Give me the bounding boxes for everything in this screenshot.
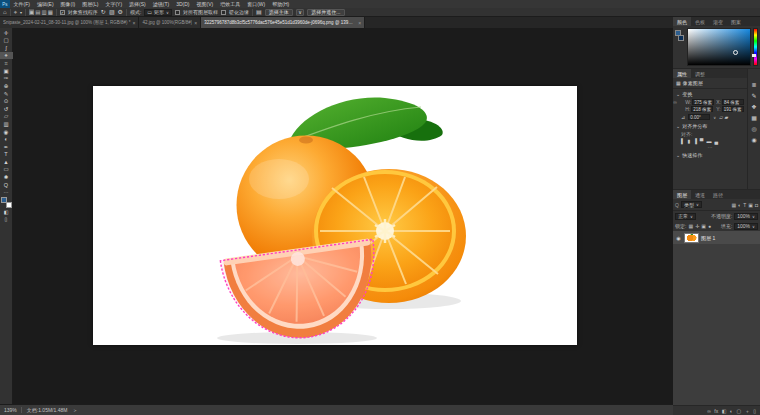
layer-filter-icon[interactable]: ◐ (738, 202, 741, 208)
layer-filter-icon[interactable]: T (743, 202, 746, 208)
tool-icon[interactable]: ⊙ (0, 97, 13, 105)
collapsed-panel-icon[interactable]: ◎ (751, 125, 756, 132)
collapsed-panel-icon[interactable]: ❖ (751, 103, 756, 110)
tool-icon[interactable]: ▲ (0, 158, 13, 166)
tool-icon[interactable]: Q (0, 181, 13, 189)
layers-footer-icon[interactable]: fx (714, 408, 718, 414)
layers-footer-icon[interactable]: ◐ (730, 408, 733, 414)
layer-thumbnail[interactable] (684, 233, 699, 243)
tool-icon[interactable]: ▭ (0, 166, 13, 174)
menu-item[interactable]: 编辑(E) (33, 0, 57, 8)
selection-mode-icon[interactable]: ▥ (41, 9, 46, 15)
field-value[interactable]: 218 像素 (691, 106, 713, 112)
layers-footer-icon[interactable]: ▢ (737, 408, 742, 414)
menu-item[interactable]: 窗口(W) (244, 0, 269, 8)
tool-icon[interactable]: ʃ (0, 44, 13, 52)
tool-icon[interactable]: ⌖ (0, 52, 13, 60)
select-and-mask-button[interactable]: 选择并遮住... (307, 9, 344, 16)
opacity-dropdown[interactable]: 100% ∨ (734, 213, 758, 220)
tool-icon[interactable]: ↺ (0, 105, 13, 113)
tool-icon[interactable]: ✎ (0, 90, 13, 98)
refresh-icon[interactable]: ↻ (101, 9, 106, 16)
layer-filter-icon[interactable]: ▦ (731, 202, 736, 208)
document-canvas[interactable] (93, 86, 577, 345)
selection-mode-icon[interactable]: ▣ (29, 9, 34, 15)
menu-item[interactable]: 文字(Y) (102, 0, 126, 8)
layer-filter-icon[interactable]: ▣ (748, 202, 753, 208)
tool-icon[interactable]: ✛ (0, 29, 13, 37)
tool-icon[interactable]: ✑ (0, 75, 13, 83)
blend-mode-dropdown[interactable]: 正常 ∨ (675, 213, 696, 220)
menu-item[interactable]: 图像(I) (57, 0, 79, 8)
screen-mode-icon[interactable]: ▯ (0, 215, 13, 222)
lock-icon[interactable]: ▦ (688, 223, 693, 229)
edit-toolbar-icon[interactable]: ⋯ (0, 188, 13, 195)
gear-icon[interactable]: ⚙ (118, 9, 123, 16)
panel-tab[interactable]: 属性 (673, 69, 691, 78)
layer-row[interactable]: ◉ 图层 1 (673, 231, 760, 244)
panel-tab[interactable]: 渐变 (709, 17, 727, 26)
panel-tab[interactable]: 色板 (691, 17, 709, 26)
tool-icon[interactable]: ◐ (0, 135, 13, 143)
menu-item[interactable]: 帮助(H) (269, 0, 293, 8)
field-value[interactable]: 375 像素 (692, 99, 714, 105)
menu-item[interactable]: 视图(V) (193, 0, 217, 8)
sample-all-layers-checkbox[interactable] (175, 10, 180, 15)
chevron-down-icon[interactable]: ⌄ (676, 91, 680, 97)
collapsed-panel-icon[interactable]: ▦ (751, 114, 757, 121)
layers-footer-icon[interactable]: ▯ (753, 408, 756, 414)
close-icon[interactable]: × (194, 20, 197, 26)
color-cursor[interactable] (733, 50, 738, 55)
tool-icon[interactable]: ▥ (0, 120, 13, 128)
home-icon[interactable]: ⌂ (3, 9, 7, 16)
field-value[interactable]: 191 像素 (722, 106, 744, 112)
select-subject-button[interactable]: 选择主体 (265, 9, 293, 16)
menu-item[interactable]: 增效工具 (217, 0, 244, 8)
close-icon[interactable]: × (133, 20, 136, 26)
layers-footer-icon[interactable]: ∞ (707, 408, 711, 414)
menu-item[interactable]: 文件(F) (10, 0, 33, 8)
fill-dropdown[interactable]: 100% ∨ (734, 223, 758, 230)
panel-tab[interactable]: 通道 (691, 190, 709, 199)
field-value[interactable]: 84 像素 (722, 99, 744, 105)
panel-tab[interactable]: 调整 (691, 69, 709, 78)
layer-name[interactable]: 图层 1 (701, 235, 715, 241)
saturation-brightness-field[interactable] (687, 28, 751, 66)
tool-icon[interactable]: ✱ (0, 173, 13, 181)
collapsed-panel-icon[interactable]: ◉ (751, 136, 756, 143)
hard-edge-checkbox[interactable] (221, 10, 226, 15)
visibility-eye-icon[interactable]: ◉ (675, 235, 682, 241)
layer-filter-dropdown[interactable]: 类型 ∨ (681, 201, 702, 208)
panel-tab[interactable]: 图层 (673, 190, 691, 199)
tool-preset-caret-icon[interactable]: ▾ (20, 9, 22, 16)
close-icon[interactable]: × (358, 20, 361, 26)
selection-mode-icon[interactable]: ▤ (35, 9, 40, 15)
foreground-swatch[interactable] (675, 30, 681, 36)
object-finder-checkbox[interactable]: ✓ (60, 10, 65, 15)
tool-icon[interactable]: ▣ (0, 67, 13, 75)
menu-item[interactable]: 图层(L) (79, 0, 102, 8)
layer-filter-icon[interactable]: ◘ (755, 202, 758, 208)
status-arrow-icon[interactable]: ＞ (72, 407, 77, 413)
zoom-level[interactable]: 139% (4, 407, 22, 413)
mode-dropdown[interactable]: ▭ 矩形 ∨ (144, 9, 172, 16)
panel-tab[interactable]: 路径 (709, 190, 727, 199)
panel-tab[interactable]: 颜色 (673, 17, 691, 26)
tool-icon[interactable]: ✒ (0, 143, 13, 151)
tool-icon[interactable]: ⊕ (0, 82, 13, 90)
panel-tab[interactable]: 图案 (727, 17, 745, 26)
chevron-down-icon[interactable]: ⌄ (676, 123, 680, 129)
selection-mode-icon[interactable]: ▦ (48, 9, 53, 15)
canvas-area[interactable] (13, 28, 673, 404)
hue-cursor[interactable] (752, 54, 756, 57)
menu-item[interactable]: 滤镜(T) (149, 0, 172, 8)
layers-footer-icon[interactable]: ◧ (722, 408, 727, 414)
lock-icon[interactable]: ✛ (695, 223, 699, 229)
menu-item[interactable]: 3D(D) (173, 0, 193, 8)
tool-icon[interactable]: ▱ (0, 113, 13, 121)
quick-mask-icon[interactable]: ◧ (0, 208, 13, 215)
tool-icon[interactable]: ◉ (0, 128, 13, 136)
feedback-icon[interactable]: ▤ (256, 9, 262, 16)
tool-icon[interactable]: ▢ (0, 37, 13, 45)
lock-icon[interactable]: ● (708, 223, 711, 229)
